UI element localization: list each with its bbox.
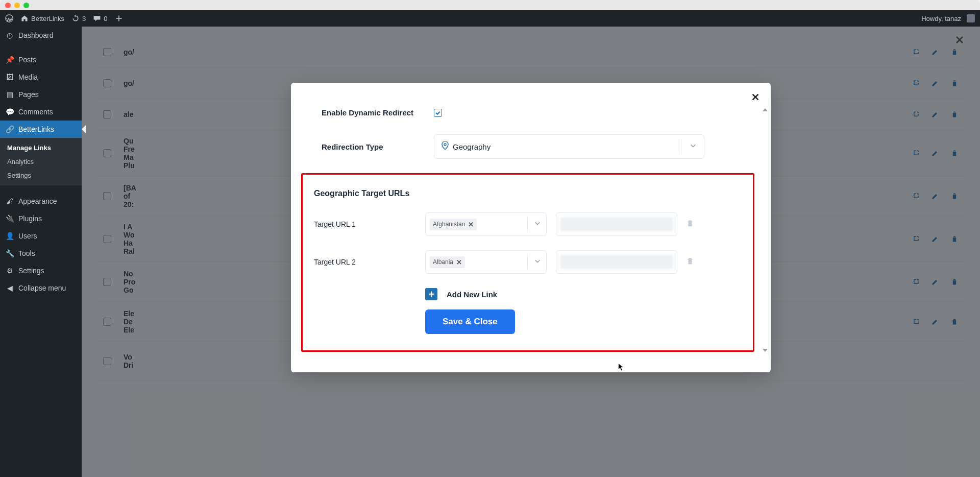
target-url-input[interactable]	[556, 212, 677, 236]
menu-label: Settings	[18, 267, 44, 275]
select-divider	[527, 255, 528, 269]
scroll-up-icon	[763, 108, 768, 111]
wordpress-icon	[5, 14, 13, 22]
country-tag: Albania ✕	[430, 256, 465, 268]
plus-icon	[115, 14, 123, 22]
collapse-icon: ◀	[5, 283, 14, 293]
main-content: go/ go/ ale Qu Fre Ma Plu [BA of 20: I A…	[82, 27, 980, 477]
select-divider	[527, 217, 528, 231]
close-icon	[954, 35, 965, 45]
geographic-targets-section: Geographic Target URLs Target URL 1 Afgh…	[301, 173, 754, 352]
sidebar-item-collapse[interactable]: ◀Collapse menu	[0, 279, 82, 297]
sidebar-item-settings[interactable]: ⚙Settings	[0, 262, 82, 279]
target-url-input[interactable]	[556, 250, 677, 274]
sidebar-item-plugins[interactable]: 🔌Plugins	[0, 210, 82, 227]
country-tag: Afghanistan ✕	[430, 219, 477, 230]
blurred-url	[560, 255, 673, 269]
menu-label: Posts	[18, 56, 36, 64]
sidebar-item-posts[interactable]: 📌Posts	[0, 51, 82, 68]
sidebar-item-comments[interactable]: 💬Comments	[0, 103, 82, 121]
pin-icon: 📌	[5, 55, 14, 64]
save-close-button[interactable]: Save & Close	[425, 309, 515, 334]
menu-label: Pages	[18, 90, 39, 99]
menu-label: Tools	[18, 249, 35, 257]
sidebar-item-dashboard[interactable]: ◷Dashboard	[0, 27, 82, 44]
trash-icon	[685, 219, 695, 228]
country-name: Afghanistan	[433, 221, 465, 228]
wrench-icon: 🔧	[5, 249, 14, 258]
chevron-down-icon	[534, 220, 541, 229]
wp-admin-bar: BetterLinks 3 0 Howdy, tanaz	[0, 10, 980, 27]
menu-label: Comments	[18, 108, 53, 116]
link-icon: 🔗	[5, 125, 14, 134]
check-icon	[435, 110, 441, 116]
country-name: Albania	[433, 258, 453, 266]
chevron-down-icon	[690, 142, 697, 151]
refresh-icon	[71, 14, 80, 22]
enable-redirect-label: Enable Dynamic Redirect	[322, 108, 434, 117]
location-pin-icon	[442, 141, 449, 152]
target-url-row: Target URL 1 Afghanistan ✕	[314, 212, 742, 236]
remove-tag-button[interactable]: ✕	[456, 258, 462, 266]
menu-label: BetterLinks	[18, 125, 54, 133]
target-url-row: Target URL 2 Albania ✕	[314, 250, 742, 274]
modal-scrollbar[interactable]	[762, 108, 769, 352]
delete-target-button[interactable]	[685, 219, 695, 230]
sidebar-item-tools[interactable]: 🔧Tools	[0, 245, 82, 262]
enable-redirect-checkbox[interactable]	[434, 109, 442, 117]
comment-icon: 💬	[5, 107, 14, 116]
dynamic-redirect-modal: Enable Dynamic Redirect Redirection Type	[291, 83, 771, 372]
maximize-window-button[interactable]	[23, 3, 29, 8]
target-url-label: Target URL 2	[314, 258, 425, 266]
updates-count: 3	[82, 15, 86, 22]
page-icon: ▤	[5, 90, 14, 99]
site-home-link[interactable]: BetterLinks	[20, 14, 64, 22]
sub-item-analytics[interactable]: Analytics	[0, 155, 82, 169]
add-link-label: Add New Link	[447, 290, 497, 299]
mouse-cursor	[618, 363, 625, 374]
country-select[interactable]: Albania ✕	[425, 250, 547, 274]
menu-label: Users	[18, 232, 37, 240]
menu-label: Appearance	[18, 197, 57, 205]
plus-icon: +	[425, 288, 437, 300]
howdy-text: Howdy, tanaz	[921, 15, 961, 22]
select-divider	[681, 139, 681, 154]
new-content-button[interactable]	[115, 14, 123, 22]
overlay-close-button[interactable]	[953, 34, 966, 46]
sidebar-item-media[interactable]: 🖼Media	[0, 68, 82, 86]
country-select[interactable]: Afghanistan ✕	[425, 212, 547, 236]
sidebar-item-pages[interactable]: ▤Pages	[0, 86, 82, 103]
redirection-type-select[interactable]: Geography	[434, 134, 704, 159]
modal-overlay: Enable Dynamic Redirect Redirection Type	[82, 27, 980, 477]
brush-icon: 🖌	[5, 197, 14, 206]
plug-icon: 🔌	[5, 214, 14, 223]
add-new-link-button[interactable]: + Add New Link	[425, 288, 742, 300]
sidebar-item-appearance[interactable]: 🖌Appearance	[0, 193, 82, 210]
sub-item-settings[interactable]: Settings	[0, 169, 82, 182]
target-url-label: Target URL 1	[314, 220, 425, 228]
users-icon: 👤	[5, 231, 14, 241]
menu-label: Media	[18, 73, 38, 81]
window-chrome	[0, 0, 980, 10]
redirection-type-label: Redirection Type	[322, 142, 434, 151]
wp-logo[interactable]	[5, 14, 13, 22]
sidebar-submenu: Manage Links Analytics Settings	[0, 138, 82, 185]
menu-label: Dashboard	[18, 31, 54, 39]
close-window-button[interactable]	[5, 3, 11, 8]
updates-link[interactable]: 3	[71, 14, 86, 22]
chevron-down-icon	[534, 257, 541, 267]
user-avatar	[967, 14, 975, 22]
home-icon	[20, 14, 29, 22]
sub-item-manage-links[interactable]: Manage Links	[0, 141, 82, 155]
sidebar-item-users[interactable]: 👤Users	[0, 227, 82, 245]
howdy-user[interactable]: Howdy, tanaz	[921, 14, 975, 22]
minimize-window-button[interactable]	[14, 3, 20, 8]
menu-label: Collapse menu	[18, 284, 66, 292]
dashboard-icon: ◷	[5, 31, 14, 40]
sidebar-item-betterlinks[interactable]: 🔗BetterLinks	[0, 121, 82, 138]
remove-tag-button[interactable]: ✕	[468, 221, 474, 228]
comment-icon	[93, 14, 101, 22]
comments-link[interactable]: 0	[93, 14, 107, 22]
delete-target-button[interactable]	[685, 256, 695, 268]
settings-icon: ⚙	[5, 266, 14, 275]
